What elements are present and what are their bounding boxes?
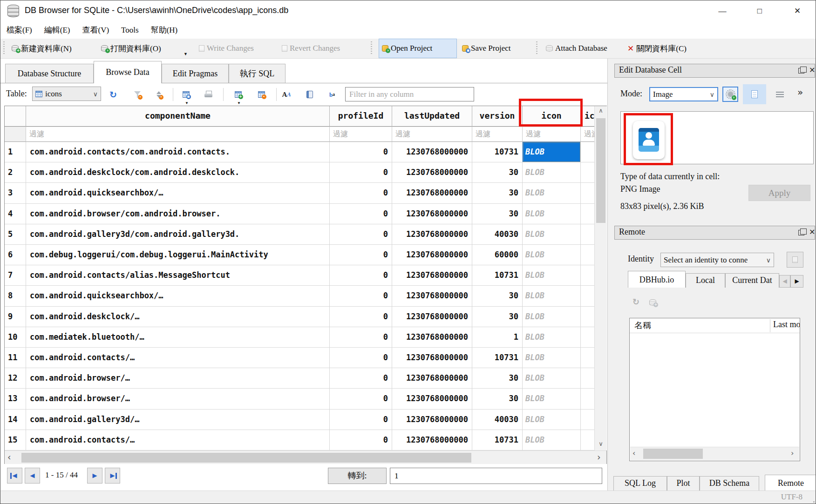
cell-row-number[interactable]: 8	[5, 286, 26, 306]
cell-componentName[interactable]: com.android.quicksearchbox/…	[26, 183, 330, 203]
cell-profileId[interactable]: 0	[330, 307, 392, 327]
cell-lastUpdated[interactable]: 1230768000000	[392, 183, 472, 203]
cell-lastUpdated[interactable]: 1230768000000	[392, 245, 472, 265]
cell-row-number[interactable]: 12	[5, 368, 26, 389]
cell-icon-blob[interactable]: BLOB	[523, 389, 581, 409]
write-changes-button[interactable]: Write Changes	[196, 39, 257, 58]
revert-changes-button[interactable]: Revert Changes	[279, 39, 343, 58]
attach-database-button[interactable]: Attach Database	[543, 39, 610, 58]
close-button[interactable]: ✕	[787, 3, 808, 19]
scroll-right-icon[interactable]: ›	[791, 449, 794, 457]
cell-profileId[interactable]: 0	[330, 183, 392, 203]
apply-button[interactable]: Apply	[748, 185, 810, 201]
cell-icon-blob[interactable]: BLOB	[523, 430, 581, 450]
vertical-scroll-thumb[interactable]	[596, 118, 605, 223]
remote-clone-db-icon[interactable]: +	[649, 299, 656, 306]
close-dock-icon[interactable]: ✕	[809, 66, 815, 74]
dock-tab-plot[interactable]: Plot	[667, 476, 700, 491]
cell-componentName[interactable]: com.android.contacts/…	[26, 430, 330, 450]
cell-lastUpdated[interactable]: 1230768000000	[392, 410, 472, 430]
cell-lastUpdated[interactable]: 1230768000000	[392, 368, 472, 389]
remote-tab-current-database[interactable]: Current Dat	[725, 273, 779, 288]
last-page-button[interactable]: ▶	[105, 468, 120, 484]
cell-componentName[interactable]: com.android.browser/…	[26, 368, 330, 389]
column-header-partial[interactable]: ic	[581, 106, 594, 127]
remote-list-column-name[interactable]: 名稱	[634, 320, 651, 331]
tab-database-structure[interactable]: Database Structure	[5, 64, 94, 83]
close-database-button[interactable]: ✕ 關閉資料庫(C)	[625, 39, 689, 58]
filter-version[interactable]: 過濾	[472, 127, 523, 142]
dictionary-button[interactable]	[304, 89, 315, 100]
menu-file[interactable]: 檔案(F)	[0, 25, 38, 35]
cell-version[interactable]: 40030	[472, 410, 523, 430]
cell-componentName[interactable]: com.android.contacts/com.android.contact…	[26, 142, 330, 162]
cell-version[interactable]: 10731	[472, 430, 523, 450]
column-header-componentName[interactable]: componentName	[26, 106, 330, 127]
cell-componentName[interactable]: com.android.quicksearchbox/…	[26, 286, 330, 306]
cell-version[interactable]: 30	[472, 389, 523, 409]
tab-browse-data[interactable]: Browse Data	[94, 61, 162, 83]
cell-row-number[interactable]: 3	[5, 183, 26, 203]
cell-row-number[interactable]: 13	[5, 389, 26, 409]
cell-icon-blob[interactable]: BLOB	[523, 348, 581, 368]
cell-profileId[interactable]: 0	[330, 348, 392, 368]
cell-version[interactable]: 30	[472, 286, 523, 306]
cell-profileId[interactable]: 0	[330, 368, 392, 389]
resize-grip[interactable]	[813, 501, 815, 503]
cell-icon-blob[interactable]: BLOB	[523, 307, 581, 327]
cell-lastUpdated[interactable]: 1230768000000	[392, 142, 472, 162]
cell-icon-blob[interactable]: BLOB	[523, 183, 581, 203]
new-database-button[interactable]: + 新建資料庫(N)	[9, 39, 75, 58]
cell-lastUpdated[interactable]: 1230768000000	[392, 162, 472, 183]
cell-version[interactable]: 30	[472, 183, 523, 203]
cell-profileId[interactable]: 0	[330, 204, 392, 224]
goto-button[interactable]: 轉到:	[328, 468, 387, 484]
cell-componentName[interactable]: com.debug.loggerui/com.debug.loggerui.Ma…	[26, 245, 330, 265]
cell-icon-blob[interactable]: BLOB	[523, 410, 581, 430]
cell-componentName[interactable]: com.android.gallery3d/com.android.galler…	[26, 224, 330, 245]
cell-version[interactable]: 30	[472, 307, 523, 327]
scroll-left-icon[interactable]: ‹	[632, 449, 635, 457]
remote-tab-local[interactable]: Local	[686, 273, 725, 288]
cell-version[interactable]: 60000	[472, 245, 523, 265]
float-dock-icon[interactable]	[798, 230, 804, 235]
cell-componentName[interactable]: com.android.deskclock/…	[26, 307, 330, 327]
remote-list-scrollbar[interactable]: ‹ ›	[630, 447, 799, 460]
remote-list-column-lastmodified[interactable]: Last mo	[773, 320, 800, 329]
vertical-scrollbar[interactable]: ∧ ∨	[594, 106, 607, 450]
minimize-button[interactable]: —	[712, 3, 733, 19]
cell-lastUpdated[interactable]: 1230768000000	[392, 430, 472, 450]
cell-icon-blob[interactable]: BLOB	[523, 204, 581, 224]
condensed-font-button[interactable]	[326, 89, 338, 100]
remote-scroll-thumb[interactable]	[643, 449, 703, 459]
open-database-dropdown-icon[interactable]: ▼	[184, 52, 188, 56]
table-select[interactable]: icons ∨	[32, 87, 101, 101]
identity-select[interactable]: Select an identity to conne ∨	[660, 253, 774, 267]
open-project-button[interactable]: › Open Project	[379, 39, 457, 58]
filter-profileId[interactable]: 過濾	[330, 127, 392, 142]
dock-tab-remote[interactable]: Remote	[765, 475, 816, 492]
cell-componentName[interactable]: com.android.browser/…	[26, 389, 330, 409]
print-button[interactable]	[203, 89, 214, 100]
tab-scroll-left-button[interactable]: ◀	[779, 275, 790, 288]
cell-row-number[interactable]: 7	[5, 265, 26, 286]
close-dock-icon[interactable]: ✕	[809, 228, 815, 236]
cell-row-number[interactable]: 1	[5, 142, 26, 162]
cell-profileId[interactable]: 0	[330, 142, 392, 162]
cell-row-number[interactable]: 11	[5, 348, 26, 368]
cell-profileId[interactable]: 0	[330, 265, 392, 286]
cell-componentName[interactable]: com.android.browser/com.android.browser.	[26, 204, 330, 224]
import-data-button[interactable]: ›	[722, 87, 738, 102]
new-record-dropdown-icon[interactable]: ▼	[237, 101, 241, 105]
cell-version[interactable]: 30	[472, 368, 523, 389]
cell-lastUpdated[interactable]: 1230768000000	[392, 204, 472, 224]
cell-row-number[interactable]: 2	[5, 162, 26, 183]
filter-partial[interactable]: 過濾	[581, 127, 594, 142]
cell-version[interactable]: 10731	[472, 142, 523, 162]
cell-icon-blob[interactable]: BLOB	[523, 265, 581, 286]
remote-refresh-icon[interactable]: ↻	[632, 297, 639, 307]
cell-icon-blob[interactable]: BLOB	[523, 368, 581, 389]
delete-record-button[interactable]: -	[256, 89, 267, 100]
cell-profileId[interactable]: 0	[330, 245, 392, 265]
cell-profileId[interactable]: 0	[330, 224, 392, 245]
